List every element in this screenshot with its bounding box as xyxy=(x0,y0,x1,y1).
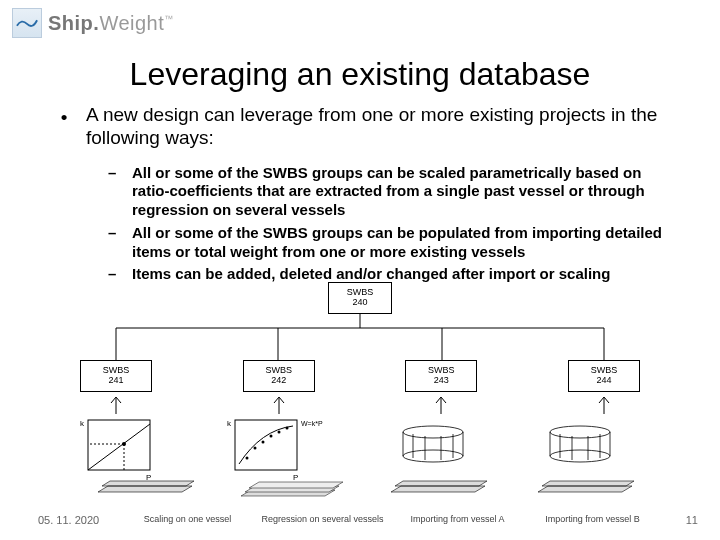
logo-word1: Ship. xyxy=(48,12,99,34)
regression-graph-icon: W=k*P k P xyxy=(227,414,347,504)
svg-point-8 xyxy=(261,441,264,444)
diagram-mid-box: SWBS 241 xyxy=(80,360,152,392)
svg-point-6 xyxy=(245,457,248,460)
diagram-mid-box: SWBS 243 xyxy=(405,360,477,392)
arrow-up-icon xyxy=(568,394,640,414)
bullet-level1: • A new design can leverage from one or … xyxy=(60,104,680,150)
diagram-connector xyxy=(80,314,640,360)
sub-text: All or some of the SWBS groups can be sc… xyxy=(132,164,680,220)
box-label: 241 xyxy=(81,376,151,386)
logo-tm: ™ xyxy=(164,14,174,24)
graph-cell xyxy=(373,414,493,504)
svg-point-7 xyxy=(253,447,256,450)
arrow-up-icon xyxy=(243,394,315,414)
logo: Ship.Weight™ xyxy=(12,8,174,38)
arrow-up-icon xyxy=(405,394,477,414)
caption: Regression on several vessels xyxy=(255,514,390,524)
footer-date: 05. 11. 2020 xyxy=(38,514,99,526)
diagram-top-box: SWBS 240 xyxy=(328,282,392,314)
diagram-mid-row: SWBS 241 SWBS 242 SWBS 243 SWBS 244 xyxy=(80,360,640,392)
sub-text: All or some of the SWBS groups can be po… xyxy=(132,224,680,262)
logo-text: Ship.Weight™ xyxy=(48,12,174,35)
axis-label: P xyxy=(293,473,298,482)
sub-bullet: – All or some of the SWBS groups can be … xyxy=(108,164,680,220)
scaling-graph-icon: k P xyxy=(80,414,200,504)
footer-page-number: 11 xyxy=(686,514,698,526)
diagram-mid-box: SWBS 244 xyxy=(568,360,640,392)
import-vessel-a-icon xyxy=(373,414,493,504)
dash-icon: – xyxy=(108,224,120,262)
axis-label: W=k*P xyxy=(301,420,323,427)
svg-point-23 xyxy=(550,450,610,462)
caption: Scaling on one vessel xyxy=(120,514,255,524)
box-label: 240 xyxy=(329,298,391,308)
content: • A new design can leverage from one or … xyxy=(60,104,680,288)
svg-line-1 xyxy=(88,424,150,470)
graph-cell: k P xyxy=(80,414,200,504)
svg-point-15 xyxy=(403,450,463,462)
diagram-graph-row: k P W=k*P k P xyxy=(80,414,640,504)
axis-label: P xyxy=(146,473,151,482)
svg-point-11 xyxy=(285,427,288,430)
logo-word2: Weight xyxy=(99,12,164,34)
bullet-text: A new design can leverage from one or mo… xyxy=(86,104,680,150)
diagram: SWBS 240 SWBS 241 SWBS 242 SWBS 243 SWBS xyxy=(80,282,640,504)
svg-point-20 xyxy=(550,426,610,438)
svg-point-9 xyxy=(269,435,272,438)
sub-bullets: – All or some of the SWBS groups can be … xyxy=(108,164,680,285)
axis-label: k xyxy=(227,419,232,428)
svg-point-10 xyxy=(277,431,280,434)
caption: Importing from vessel B xyxy=(525,514,660,524)
diagram-mid-box: SWBS 242 xyxy=(243,360,315,392)
dash-icon: – xyxy=(108,164,120,220)
box-label: 243 xyxy=(406,376,476,386)
sub-bullet: – All or some of the SWBS groups can be … xyxy=(108,224,680,262)
graph-cell xyxy=(520,414,640,504)
logo-mark-icon xyxy=(12,8,42,38)
caption: Importing from vessel A xyxy=(390,514,525,524)
slide: Ship.Weight™ Leveraging an existing data… xyxy=(0,0,720,540)
svg-point-12 xyxy=(403,426,463,438)
box-label: 242 xyxy=(244,376,314,386)
diagram-captions: Scaling on one vessel Regression on seve… xyxy=(120,514,660,524)
bullet-dot-icon: • xyxy=(60,104,68,150)
graph-cell: W=k*P k P xyxy=(227,414,347,504)
box-label: 244 xyxy=(569,376,639,386)
diagram-arrow-row xyxy=(80,394,640,414)
arrow-up-icon xyxy=(80,394,152,414)
axis-label: k xyxy=(80,419,85,428)
import-vessel-b-icon xyxy=(520,414,640,504)
slide-title: Leveraging an existing database xyxy=(0,56,720,93)
